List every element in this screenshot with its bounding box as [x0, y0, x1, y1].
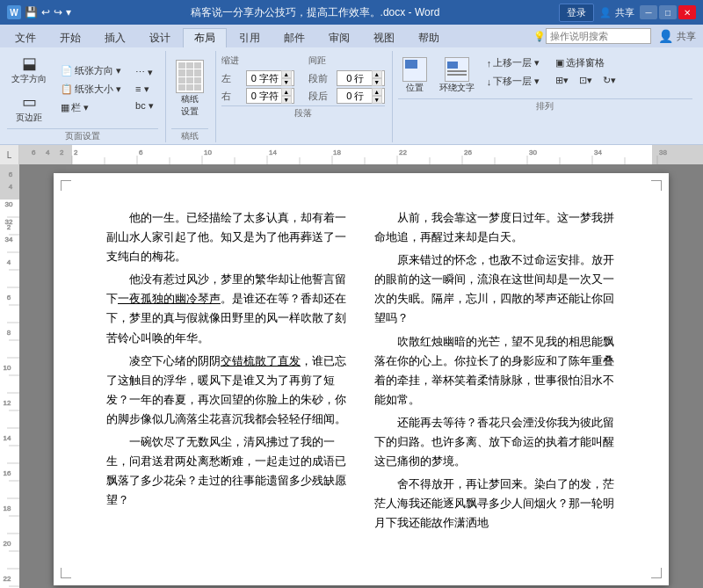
- page-setup-controls: ⬓ 文字方向 ▭ 页边距 📄纸张方向 ▾ 📋纸张大小 ▾: [7, 51, 158, 127]
- group-arrange: 位置 环绕文字 ↑上移一层 ▾: [395, 51, 699, 142]
- svg-rect-3: [72, 145, 652, 164]
- spacing-after-down[interactable]: ▼: [372, 96, 382, 104]
- ruler-corner[interactable]: L: [0, 145, 19, 164]
- user-icon: 👤: [658, 29, 673, 43]
- indent-right-up[interactable]: ▲: [281, 88, 292, 96]
- para-6: 原来错过的怀念，也敌不过命运安排。放开的眼前的这一瞬间，流浪在这世间却是一次又一…: [374, 250, 616, 328]
- tab-view[interactable]: 视图: [362, 28, 406, 47]
- svg-text:2: 2: [74, 149, 78, 156]
- text-direction-button[interactable]: ⬓ 文字方向: [7, 51, 51, 88]
- tab-home[interactable]: 开始: [48, 28, 92, 47]
- paper-size-button[interactable]: 📋纸张大小 ▾: [56, 81, 126, 98]
- group-button[interactable]: ⊡▾: [575, 73, 597, 88]
- group-manuscript: 稿纸设置 稿纸: [168, 51, 216, 142]
- title-bar-left: W 💾 ↩ ↪ ▾: [7, 5, 71, 19]
- svg-text:4: 4: [9, 183, 13, 191]
- share-button[interactable]: 共享: [677, 30, 696, 43]
- page-setup-label: 页面设置: [7, 128, 158, 142]
- minimize-button[interactable]: ─: [640, 5, 657, 19]
- columns-button[interactable]: ▦栏 ▾: [56, 99, 126, 116]
- line-numbers-button[interactable]: ≡ ▾: [131, 82, 158, 97]
- share-icon: 👤: [599, 7, 612, 18]
- share-area: 👤 共享: [599, 6, 634, 19]
- align-button[interactable]: ⊞▾: [551, 73, 573, 88]
- para-9: 舍不得放开，再让梦回来。染白了的发，茫茫人海我还能逐风飘寻多少人间烟火？那一轮明…: [374, 475, 616, 533]
- svg-text:14: 14: [269, 149, 277, 156]
- para-3: 凌空下心绪的阴阴交错梳散了直发，谁已忘了这触目的浮华，暖风下是谁又为了再剪了短发…: [106, 352, 348, 429]
- document-scroll[interactable]: 他的一生。已经描绘了太多认真，却有着一副山水人家引起了他。知又是为了他再葬送了一…: [19, 164, 703, 588]
- selection-pane-button[interactable]: ▣选择窗格: [551, 54, 620, 71]
- page-bracket-tl: [61, 180, 71, 191]
- breaks-button[interactable]: ⋯ ▾: [131, 65, 158, 80]
- svg-text:6: 6: [7, 294, 11, 301]
- indent-left-up[interactable]: ▲: [281, 70, 292, 78]
- doc-column-left: 从前，我会靠这一梦度日过年。这一梦我拼命地追，再醒过来却是白天。 原来错过的怀念…: [374, 208, 616, 537]
- tab-references[interactable]: 引用: [228, 28, 272, 47]
- spacing-before-input[interactable]: 0 行 ▲ ▼: [337, 70, 385, 86]
- login-button[interactable]: 登录: [559, 4, 594, 22]
- svg-text:8: 8: [7, 329, 11, 337]
- svg-text:10: 10: [4, 364, 11, 372]
- svg-text:30: 30: [529, 149, 537, 156]
- ribbon-tab-list: 文件 开始 插入 设计 布局 引用 邮件 审阅 视图 帮助 💡 👤 共享: [0, 25, 703, 47]
- spacing-before-down[interactable]: ▼: [372, 78, 382, 86]
- svg-text:26: 26: [464, 149, 472, 156]
- orientation-button[interactable]: 📄纸张方向 ▾: [56, 62, 126, 79]
- undo-button[interactable]: ↩: [41, 6, 50, 18]
- margins-button[interactable]: ▭ 页边距: [11, 90, 47, 127]
- svg-text:34: 34: [5, 236, 13, 243]
- svg-text:30: 30: [5, 200, 13, 208]
- page-bracket-br: [651, 568, 662, 578]
- svg-text:6: 6: [32, 149, 36, 156]
- close-button[interactable]: ✕: [678, 5, 696, 19]
- tab-layout[interactable]: 布局: [183, 28, 227, 47]
- tab-help[interactable]: 帮助: [407, 28, 451, 47]
- redo-button[interactable]: ↪: [54, 6, 62, 18]
- svg-text:12: 12: [4, 399, 11, 407]
- position-button[interactable]: 位置: [398, 54, 431, 97]
- svg-text:32: 32: [5, 218, 13, 226]
- ribbon: 文件 开始 插入 设计 布局 引用 邮件 审阅 视图 帮助 💡 👤 共享 ⬓ 文…: [0, 25, 703, 145]
- title-text: 稿客说一分享办公技巧，提高工作效率。.docx - Word: [191, 6, 440, 18]
- svg-text:22: 22: [399, 149, 407, 156]
- indent-left-input[interactable]: 0 字符 ▲ ▼: [246, 70, 294, 86]
- para-8: 还能再去等待？香花只会湮没你我为彼此留下的归路。也许多离、放下命运的执着才能叫醒…: [374, 413, 616, 471]
- rotate-button[interactable]: ↻▾: [598, 73, 620, 88]
- title-bar-right: 登录 👤 共享 ─ □ ✕: [559, 4, 696, 22]
- maximize-button[interactable]: □: [659, 5, 677, 19]
- svg-text:34: 34: [594, 149, 602, 156]
- spacing-before-up[interactable]: ▲: [372, 70, 382, 78]
- tab-mailings[interactable]: 邮件: [272, 28, 316, 47]
- arrange-label: 排列: [398, 98, 692, 113]
- word-icon: W: [7, 5, 21, 19]
- bring-forward-button[interactable]: ↑上移一层 ▾: [482, 54, 545, 71]
- indent-right-down[interactable]: ▼: [281, 96, 292, 104]
- doc-column-right: 他的一生。已经描绘了太多认真，却有着一副山水人家引起了他。知又是为了他再葬送了一…: [106, 208, 348, 537]
- tab-review[interactable]: 审阅: [317, 28, 361, 47]
- send-backward-button[interactable]: ↓下移一层 ▾: [482, 73, 545, 90]
- svg-text:4: 4: [7, 258, 11, 266]
- horizontal-ruler: 2 6 10 14 18 22 26: [19, 145, 703, 164]
- tab-file[interactable]: 文件: [4, 28, 47, 47]
- manuscript-settings-button[interactable]: 稿纸设置: [171, 57, 208, 120]
- hyphenation-button[interactable]: bc ▾: [131, 98, 158, 113]
- svg-text:4: 4: [46, 149, 50, 156]
- manuscript-controls: 稿纸设置: [171, 51, 208, 127]
- title-bar: W 💾 ↩ ↪ ▾ 稿客说一分享办公技巧，提高工作效率。.docx - Word…: [0, 0, 703, 25]
- tab-insert[interactable]: 插入: [93, 28, 137, 47]
- indent-right-input[interactable]: 0 字符 ▲ ▼: [246, 88, 294, 104]
- spacing-after-input[interactable]: 0 行 ▲ ▼: [337, 88, 385, 104]
- para-2: 他没有惹过风沙，梦里的繁华却让他誓言留下一夜孤独的幽冷琴声。是谁还在等？香却还在…: [106, 270, 348, 347]
- tab-design[interactable]: 设计: [138, 28, 182, 47]
- save-button[interactable]: 💾: [25, 6, 38, 18]
- svg-text:38: 38: [659, 149, 667, 156]
- search-input[interactable]: [546, 28, 651, 44]
- indent-controls: 缩进 左 0 字符 ▲ ▼ 右: [221, 54, 294, 104]
- svg-text:10: 10: [204, 149, 212, 156]
- wrap-text-button[interactable]: 环绕文字: [435, 54, 479, 97]
- indent-left-down[interactable]: ▼: [281, 78, 292, 86]
- svg-text:22: 22: [4, 575, 11, 583]
- page-bracket-tr: [651, 180, 662, 191]
- share-label: 共享: [615, 6, 634, 19]
- spacing-after-up[interactable]: ▲: [372, 88, 382, 96]
